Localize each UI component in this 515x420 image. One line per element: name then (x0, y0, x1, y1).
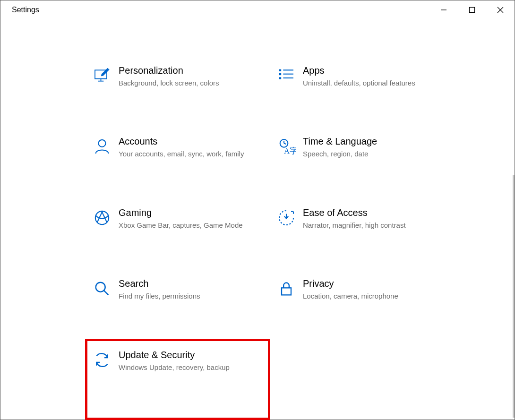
tile-update-security[interactable]: Update & Security Windows Update, recove… (86, 339, 270, 420)
ease-of-access-icon (270, 206, 303, 227)
close-button[interactable] (486, 0, 515, 19)
svg-rect-7 (279, 69, 281, 71)
privacy-icon (270, 277, 303, 298)
tile-ease-of-access[interactable]: Ease of Access Narrator, magnifier, high… (270, 197, 454, 268)
tile-title: Ease of Access (303, 207, 440, 218)
accounts-icon (86, 135, 119, 156)
tile-desc: Windows Update, recovery, backup (119, 362, 256, 373)
scrollbar[interactable] (513, 175, 515, 418)
tile-title: Update & Security (119, 350, 256, 360)
tile-desc: Narrator, magnifier, high contrast (303, 220, 440, 231)
window-frame: Settings (0, 0, 515, 420)
window-controls (429, 0, 515, 19)
tile-desc: Xbox Game Bar, captures, Game Mode (119, 220, 256, 231)
svg-line-16 (284, 144, 286, 145)
tile-desc: Speech, region, date (303, 149, 440, 159)
tile-gaming[interactable]: Gaming Xbox Game Bar, captures, Game Mod… (86, 197, 270, 268)
settings-grid: Personalization Background, lock screen,… (0, 55, 515, 420)
svg-line-23 (104, 291, 108, 295)
tile-personalization[interactable]: Personalization Background, lock screen,… (86, 55, 270, 126)
tile-privacy[interactable]: Privacy Location, camera, microphone (270, 268, 454, 339)
svg-point-13 (99, 140, 106, 147)
close-icon (497, 7, 504, 13)
tile-title: Search (119, 278, 256, 289)
tile-title: Accounts (119, 136, 256, 147)
update-icon (86, 349, 119, 369)
svg-rect-1 (470, 8, 475, 13)
tile-accounts[interactable]: Accounts Your accounts, email, sync, wor… (86, 126, 270, 197)
search-icon (86, 277, 119, 298)
tile-desc: Your accounts, email, sync, work, family (119, 149, 256, 159)
apps-icon (270, 64, 303, 85)
minimize-icon (440, 7, 447, 13)
tile-desc: Find my files, permissions (119, 291, 256, 301)
window-title: Settings (12, 6, 39, 14)
tile-search[interactable]: Search Find my files, permissions (86, 268, 270, 339)
tile-time-language[interactable]: A字 Time & Language Speech, region, date (270, 126, 454, 197)
tile-title: Privacy (303, 278, 440, 289)
maximize-button[interactable] (458, 0, 486, 19)
tile-apps[interactable]: Apps Uninstall, defaults, optional featu… (270, 55, 454, 126)
tile-title: Gaming (119, 207, 256, 218)
tile-title: Apps (303, 65, 440, 76)
svg-rect-9 (279, 77, 281, 79)
time-language-icon: A字 (270, 135, 303, 156)
svg-point-22 (96, 283, 105, 292)
tile-desc: Background, lock screen, colors (119, 78, 256, 88)
tile-title: Time & Language (303, 136, 440, 147)
tile-title: Personalization (119, 65, 256, 76)
svg-rect-24 (282, 288, 291, 295)
tile-desc: Location, camera, microphone (303, 291, 440, 301)
titlebar: Settings (0, 0, 515, 19)
maximize-icon (469, 7, 475, 13)
minimize-button[interactable] (429, 0, 458, 19)
personalization-icon (86, 64, 119, 85)
gaming-icon (86, 206, 119, 227)
tile-desc: Uninstall, defaults, optional features (303, 78, 440, 88)
svg-text:A字: A字 (284, 146, 296, 155)
svg-rect-8 (279, 73, 281, 75)
